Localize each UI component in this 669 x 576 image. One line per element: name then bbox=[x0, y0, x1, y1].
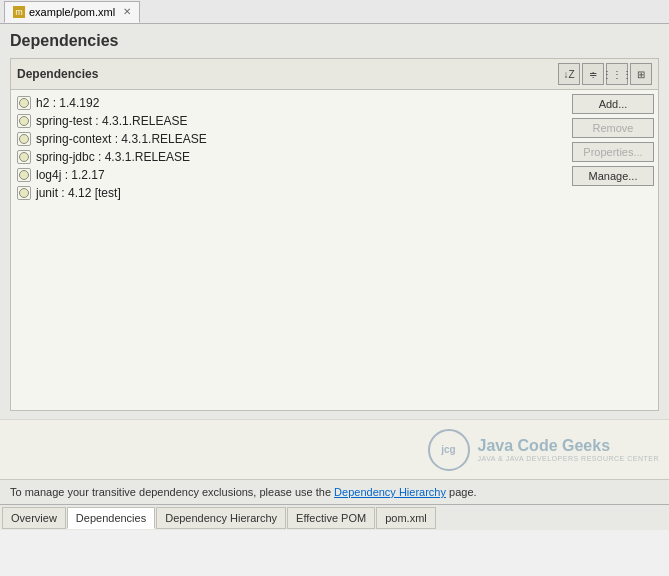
page-title: Dependencies bbox=[10, 32, 659, 50]
dep-icon bbox=[17, 186, 31, 200]
dependency-hierarchy-tab[interactable]: Dependency Hierarchy bbox=[156, 507, 286, 529]
dep-label: log4j : 1.2.17 bbox=[36, 168, 105, 182]
dep-icon bbox=[17, 96, 31, 110]
panel-header: Dependencies ↓Z ≑ ⋮⋮⋮ ⊞ bbox=[11, 59, 658, 90]
jcg-main-text: Java Code Geeks bbox=[478, 437, 659, 455]
dep-label: spring-context : 4.3.1.RELEASE bbox=[36, 132, 207, 146]
add-btn[interactable]: Add... bbox=[572, 94, 654, 114]
deps-list: h2 : 1.4.192spring-test : 4.3.1.RELEASEs… bbox=[11, 90, 568, 410]
dep-icon bbox=[17, 168, 31, 182]
list-item[interactable]: h2 : 1.4.192 bbox=[13, 94, 566, 112]
sort-az-icon[interactable]: ↓Z bbox=[558, 63, 580, 85]
close-tab-icon[interactable]: ✕ bbox=[123, 6, 131, 17]
dep-label: junit : 4.12 [test] bbox=[36, 186, 121, 200]
list-item[interactable]: junit : 4.12 [test] bbox=[13, 184, 566, 202]
panel-title: Dependencies bbox=[17, 67, 98, 81]
columns-icon[interactable]: ⋮⋮⋮ bbox=[606, 63, 628, 85]
dependencies-tab[interactable]: Dependencies bbox=[67, 507, 155, 529]
toolbar-icons: ↓Z ≑ ⋮⋮⋮ ⊞ bbox=[558, 63, 652, 85]
remove-btn[interactable]: Remove bbox=[572, 118, 654, 138]
manage-btn[interactable]: Manage... bbox=[572, 166, 654, 186]
file-tab-label: example/pom.xml bbox=[29, 6, 115, 18]
settings-icon[interactable]: ⊞ bbox=[630, 63, 652, 85]
dep-icon bbox=[17, 114, 31, 128]
bottom-tab-bar: OverviewDependenciesDependency Hierarchy… bbox=[0, 504, 669, 530]
top-tab-bar: m example/pom.xml ✕ bbox=[0, 0, 669, 24]
file-icon: m bbox=[13, 6, 25, 18]
main-content: Dependencies Dependencies ↓Z ≑ ⋮⋮⋮ ⊞ h2 … bbox=[0, 24, 669, 419]
file-tab[interactable]: m example/pom.xml ✕ bbox=[4, 1, 140, 23]
dep-label: spring-jdbc : 4.3.1.RELEASE bbox=[36, 150, 190, 164]
jcg-circle-icon: jcg bbox=[428, 429, 470, 471]
dep-icon bbox=[17, 132, 31, 146]
jcg-logo: jcg Java Code Geeks JAVA & JAVA DEVELOPE… bbox=[428, 429, 659, 471]
dep-label: spring-test : 4.3.1.RELEASE bbox=[36, 114, 187, 128]
jcg-text-block: Java Code Geeks JAVA & JAVA DEVELOPERS R… bbox=[478, 437, 659, 462]
info-bar: To manage your transitive dependency exc… bbox=[0, 479, 669, 504]
dep-icon bbox=[17, 150, 31, 164]
properties-btn[interactable]: Properties... bbox=[572, 142, 654, 162]
sort-icon[interactable]: ≑ bbox=[582, 63, 604, 85]
deps-actions: Add...RemoveProperties...Manage... bbox=[568, 90, 658, 410]
list-item[interactable]: spring-test : 4.3.1.RELEASE bbox=[13, 112, 566, 130]
info-text-before: To manage your transitive dependency exc… bbox=[10, 486, 334, 498]
dependency-hierarchy-link[interactable]: Dependency Hierarchy bbox=[334, 486, 446, 498]
list-item[interactable]: spring-context : 4.3.1.RELEASE bbox=[13, 130, 566, 148]
deps-body: h2 : 1.4.192spring-test : 4.3.1.RELEASEs… bbox=[11, 90, 658, 410]
effective-pom-tab[interactable]: Effective POM bbox=[287, 507, 375, 529]
overview-tab[interactable]: Overview bbox=[2, 507, 66, 529]
pom-xml-tab[interactable]: pom.xml bbox=[376, 507, 436, 529]
dependencies-panel: Dependencies ↓Z ≑ ⋮⋮⋮ ⊞ h2 : 1.4.192spri… bbox=[10, 58, 659, 411]
jcg-sub-text: JAVA & JAVA DEVELOPERS RESOURCE CENTER bbox=[478, 455, 659, 462]
watermark-area: jcg Java Code Geeks JAVA & JAVA DEVELOPE… bbox=[0, 419, 669, 479]
dep-label: h2 : 1.4.192 bbox=[36, 96, 99, 110]
list-item[interactable]: spring-jdbc : 4.3.1.RELEASE bbox=[13, 148, 566, 166]
info-text-after: page. bbox=[446, 486, 477, 498]
list-item[interactable]: log4j : 1.2.17 bbox=[13, 166, 566, 184]
